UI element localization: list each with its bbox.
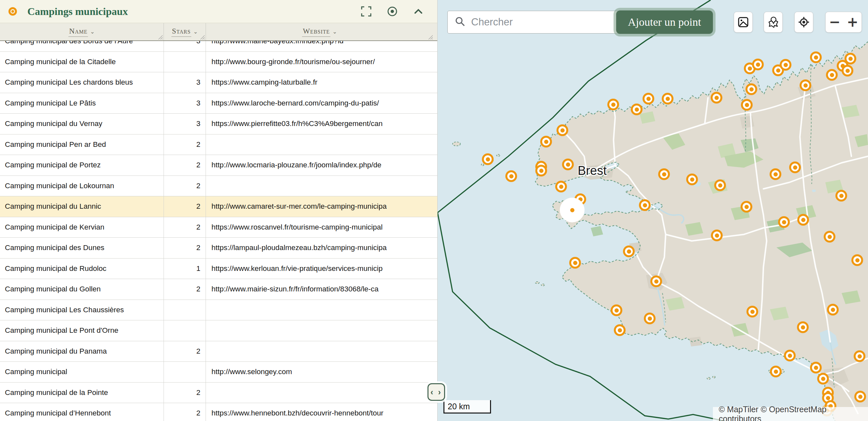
map-marker[interactable] — [745, 83, 757, 95]
map-marker[interactable] — [658, 168, 670, 180]
table-row[interactable]: Camping municipal de Rudoloc 1 https://w… — [0, 259, 437, 279]
map-marker-selected[interactable] — [566, 204, 578, 216]
column-header-website[interactable]: Website ⌄ — [206, 23, 434, 40]
column-header-name[interactable]: Name ⌄ — [0, 23, 164, 40]
map-marker[interactable] — [797, 321, 809, 333]
table-row[interactable]: Camping municipal http://www.selongey.co… — [0, 362, 437, 383]
sort-chevron-icon: ⌄ — [332, 28, 337, 35]
cell-name: Camping municipal des Bords de l'Aure — [0, 41, 164, 52]
map-marker[interactable] — [482, 153, 494, 165]
table-row[interactable]: Camping municipal de la Pointe 2 — [0, 383, 437, 403]
map-marker[interactable] — [662, 93, 674, 104]
zoom-in-button[interactable]: + — [843, 12, 862, 32]
cell-stars: 2 — [164, 155, 206, 175]
map-marker[interactable] — [711, 230, 723, 241]
map-marker[interactable] — [611, 304, 622, 316]
map-marker[interactable] — [650, 276, 662, 287]
map-marker[interactable] — [714, 180, 726, 191]
map-marker[interactable] — [789, 162, 801, 173]
map-marker[interactable] — [562, 159, 574, 170]
map-panel: Brest Ajouter un point — [438, 0, 868, 421]
map-attribution[interactable]: © MapTiler © OpenStreetMap contributors — [713, 407, 868, 421]
map-marker[interactable] — [505, 170, 517, 182]
table-row[interactable]: Camping municipal des Bords de l'Aure 3 … — [0, 41, 437, 52]
panel-resize-handle[interactable]: ‹ › — [428, 383, 445, 401]
table-row[interactable]: Camping municipal du Lannic 2 http://www… — [0, 196, 437, 217]
cell-name: Camping municipal Pen ar Bed — [0, 134, 164, 155]
map-marker[interactable] — [741, 99, 753, 111]
fullscreen-icon[interactable] — [360, 5, 372, 17]
map-marker[interactable] — [535, 165, 547, 176]
table-row[interactable]: Camping municipal Les chardons bleus 3 h… — [0, 72, 437, 93]
map-marker[interactable] — [711, 92, 722, 103]
map-marker[interactable] — [780, 59, 792, 71]
table-rows-viewport[interactable]: Camping municipal des Bords de l'Aure 3 … — [0, 41, 437, 421]
map-marker[interactable] — [644, 313, 656, 324]
map-marker[interactable] — [631, 103, 643, 115]
column-header-stars[interactable]: Stars ⌄ — [164, 23, 206, 40]
search-input[interactable] — [471, 16, 637, 28]
table-row[interactable]: Camping municipal des Dunes 2 https://la… — [0, 238, 437, 259]
map-marker[interactable] — [639, 199, 651, 211]
map-marker[interactable] — [686, 173, 698, 185]
map-marker[interactable] — [643, 93, 654, 104]
map-marker[interactable] — [784, 350, 796, 361]
map-marker[interactable] — [854, 391, 866, 402]
map-marker[interactable] — [810, 362, 822, 374]
table-row[interactable]: Camping municipal du Vernay 3 https://ww… — [0, 114, 437, 134]
map-marker[interactable] — [854, 350, 865, 362]
cell-name: Camping municipal du Gollen — [0, 279, 164, 299]
cell-name: Camping municipal Les chardons bleus — [0, 72, 164, 93]
add-point-button[interactable]: Ajouter un point — [616, 10, 713, 34]
map-marker[interactable] — [770, 366, 782, 377]
cell-stars: 2 — [164, 403, 206, 421]
table-row[interactable]: Camping municipal de Lokournan 2 — [0, 176, 437, 197]
column-resize-grip[interactable] — [199, 34, 205, 39]
table-row[interactable]: Camping municipal de Portez 2 http://www… — [0, 155, 437, 176]
map-marker[interactable] — [540, 136, 552, 148]
map-marker[interactable] — [824, 231, 835, 242]
table-row[interactable]: Camping municipal Les Chaussières — [0, 300, 437, 321]
table-row[interactable]: Camping municipal Le Pâtis 3 https://www… — [0, 93, 437, 114]
table-row[interactable]: Camping municipal d’Hennebont 2 https://… — [0, 403, 437, 421]
table-row[interactable]: Camping municipal de Kervian 2 https://w… — [0, 217, 437, 238]
map-marker[interactable] — [810, 52, 822, 63]
map-marker[interactable] — [557, 124, 568, 136]
column-resize-grip[interactable] — [427, 34, 433, 39]
cell-website — [206, 300, 434, 320]
map-marker[interactable] — [770, 168, 781, 180]
table-row[interactable]: Camping municipal du Gollen 2 http://www… — [0, 279, 437, 300]
table-row[interactable]: Camping municipal de la Citadelle http:/… — [0, 52, 437, 73]
map-marker[interactable] — [778, 216, 790, 228]
table-row[interactable]: Camping municipal du Panama 2 — [0, 341, 437, 362]
map-marker[interactable] — [851, 254, 863, 266]
cell-website — [206, 176, 434, 196]
table-row[interactable]: Camping municipal Le Pont d'Orne — [0, 320, 437, 341]
map-marker[interactable] — [623, 246, 635, 257]
zoom-out-button[interactable]: − — [826, 12, 843, 32]
map-marker[interactable] — [555, 181, 567, 192]
table-row[interactable]: Camping municipal Pen ar Bed 2 — [0, 134, 437, 155]
map-marker[interactable] — [842, 65, 853, 76]
map-canvas[interactable]: Brest — [438, 0, 868, 421]
map-marker[interactable] — [752, 59, 764, 70]
map-marker[interactable] — [797, 214, 809, 226]
map-marker[interactable] — [835, 190, 847, 201]
map-marker[interactable] — [817, 373, 829, 385]
map-marker[interactable] — [800, 79, 811, 91]
map-pin-layers-button[interactable] — [764, 12, 783, 33]
map-marker[interactable] — [569, 257, 581, 269]
locate-layer-icon[interactable] — [386, 5, 398, 17]
cell-website: https://www.roscanvel.fr/tourisme-campin… — [206, 217, 434, 238]
collapse-panel-icon[interactable] — [412, 5, 424, 17]
map-marker[interactable] — [827, 304, 839, 316]
map-marker[interactable] — [746, 306, 758, 318]
cell-website — [206, 383, 434, 403]
basemap-style-button[interactable] — [734, 12, 753, 33]
column-resize-grip[interactable] — [157, 34, 163, 39]
geolocate-button[interactable] — [794, 12, 813, 33]
map-marker[interactable] — [826, 69, 838, 81]
map-marker[interactable] — [741, 201, 752, 213]
map-marker[interactable] — [614, 324, 626, 336]
map-marker[interactable] — [607, 99, 619, 110]
